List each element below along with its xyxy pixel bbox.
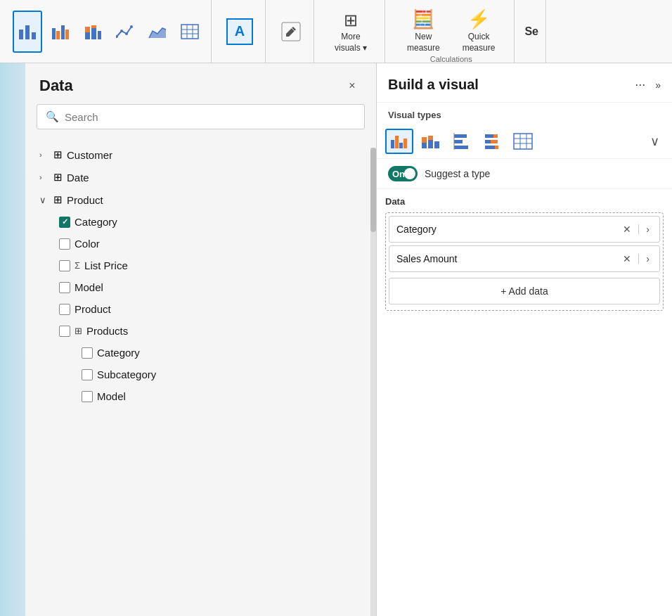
new-measure-sub: measure xyxy=(407,43,440,53)
subtable-icon: ⊞ xyxy=(75,326,82,336)
more-visuals-section: ⊞ More visuals ▾ xyxy=(317,0,385,63)
product-label: Product xyxy=(67,194,103,206)
calculations-section: 🧮 New measure ⚡ Quick measure Calculatio… xyxy=(388,0,515,63)
checkbox-color[interactable] xyxy=(59,238,70,250)
data-panel-title: Data xyxy=(39,77,73,95)
table-icon-product: ⊞ xyxy=(53,193,63,206)
scrollbar-thumb[interactable] xyxy=(370,148,376,232)
svg-rect-2 xyxy=(32,32,36,39)
svg-rect-30 xyxy=(428,140,433,148)
chart-types-section xyxy=(6,0,212,63)
svg-rect-7 xyxy=(85,32,90,39)
main-area: Data × 🔍 › ⊞ Customer › ⊞ Date ∨ ⊞ xyxy=(0,63,672,616)
svg-rect-39 xyxy=(485,140,491,143)
scrollbar-track xyxy=(370,148,376,616)
left-accent xyxy=(0,63,25,616)
toggle-thumb xyxy=(404,168,415,179)
tree-item-color[interactable]: Color xyxy=(25,233,376,255)
checkbox-product-field[interactable] xyxy=(59,304,70,315)
category-expand-btn[interactable]: › xyxy=(643,222,652,236)
svg-rect-24 xyxy=(391,140,394,148)
line-chart-btn[interactable] xyxy=(111,11,139,53)
text-icon: A xyxy=(226,18,253,45)
svg-rect-26 xyxy=(399,143,403,148)
clustered-col-icon xyxy=(389,133,409,150)
grouped-bar-btn[interactable] xyxy=(46,11,75,53)
bar-chart-btn[interactable] xyxy=(13,11,42,53)
svg-rect-10 xyxy=(91,25,96,28)
svg-rect-5 xyxy=(61,25,65,39)
area-chart-btn[interactable] xyxy=(143,11,172,53)
svg-rect-40 xyxy=(491,140,498,143)
tree-item-product[interactable]: ∨ ⊞ Product xyxy=(25,188,376,211)
visual-panel: Build a visual ··· » Visual types xyxy=(377,63,672,616)
svg-rect-34 xyxy=(454,140,463,143)
add-data-btn[interactable]: + Add data xyxy=(389,278,660,304)
quick-measure-sub: measure xyxy=(463,43,496,53)
bar-chart-icon xyxy=(18,24,37,39)
category-remove-btn[interactable]: ✕ xyxy=(620,222,634,236)
visual-type-stacked-col[interactable] xyxy=(416,129,444,154)
more-visuals-sub: visuals ▾ xyxy=(335,43,367,53)
sales-amount-field-name: Sales Amount xyxy=(396,253,457,264)
visual-type-horiz-bar[interactable] xyxy=(447,129,475,154)
svg-rect-28 xyxy=(422,143,427,148)
new-measure-btn[interactable]: 🧮 New measure xyxy=(396,6,451,55)
tree-item-category[interactable]: ✓ Category xyxy=(25,211,376,233)
data-field-category: Category ✕ › xyxy=(389,216,660,243)
stacked-bar-btn[interactable] xyxy=(79,11,107,53)
svg-rect-38 xyxy=(493,134,498,138)
sub-model-label: Model xyxy=(97,390,126,402)
checkbox-model[interactable] xyxy=(59,282,70,293)
more-options-btn[interactable]: ··· xyxy=(631,76,650,94)
tree-item-date[interactable]: › ⊞ Date xyxy=(25,166,376,188)
svg-rect-3 xyxy=(52,28,56,39)
checkbox-products[interactable] xyxy=(59,326,70,337)
svg-rect-43 xyxy=(514,134,532,149)
suggest-type-toggle[interactable]: On xyxy=(388,166,418,181)
expand-panel-btn[interactable]: » xyxy=(655,79,661,91)
sales-amount-remove-btn[interactable]: ✕ xyxy=(620,252,634,266)
stacked-horiz-icon xyxy=(482,133,502,150)
checkmark-icon: ✓ xyxy=(62,217,68,226)
svg-rect-8 xyxy=(85,27,90,32)
visual-type-stacked-horiz[interactable] xyxy=(478,129,506,154)
visual-type-table[interactable] xyxy=(509,129,537,154)
tree-item-subcategory[interactable]: Subcategory xyxy=(25,364,376,385)
svg-rect-17 xyxy=(181,25,198,39)
text-visual-btn[interactable]: A xyxy=(221,11,258,53)
checkbox-sub-model[interactable] xyxy=(82,391,93,402)
tree-item-model[interactable]: Model xyxy=(25,276,376,298)
tree-item-list-price[interactable]: Σ List Price xyxy=(25,255,376,276)
text-icon-label: A xyxy=(235,23,245,39)
sales-amount-field-actions: ✕ › xyxy=(620,252,652,266)
close-data-panel-btn[interactable]: × xyxy=(342,76,362,96)
sales-amount-expand-btn[interactable]: › xyxy=(643,252,652,266)
calculator-icon: 🧮 xyxy=(412,8,434,30)
svg-rect-37 xyxy=(485,134,493,138)
checkbox-sub-category[interactable] xyxy=(82,347,93,359)
quick-measure-btn[interactable]: ⚡ Quick measure xyxy=(452,6,506,55)
tree-item-product-field[interactable]: Product xyxy=(25,298,376,320)
tree-item-customer[interactable]: › ⊞ Customer xyxy=(25,143,376,166)
checkbox-list-price[interactable] xyxy=(59,260,70,271)
search-input[interactable] xyxy=(65,111,356,123)
checkbox-category[interactable]: ✓ xyxy=(59,217,70,228)
visual-type-clustered-col[interactable] xyxy=(385,129,413,154)
tree-item-products[interactable]: ⊞ Products xyxy=(25,320,376,342)
stacked-col-icon xyxy=(420,133,440,150)
svg-rect-1 xyxy=(25,25,30,39)
toggle-on-label: On xyxy=(392,169,405,179)
more-visuals-btn[interactable]: ⊞ More visuals ▾ xyxy=(324,7,377,56)
color-label: Color xyxy=(75,238,100,250)
checkbox-subcategory[interactable] xyxy=(82,369,93,380)
tree-item-sub-model[interactable]: Model xyxy=(25,385,376,407)
edit-btn[interactable] xyxy=(276,11,306,53)
svg-rect-0 xyxy=(19,30,23,39)
table-chart-btn[interactable] xyxy=(176,11,204,53)
calculations-icons: 🧮 New measure ⚡ Quick measure xyxy=(396,6,505,55)
tree-item-sub-category[interactable]: Category xyxy=(25,342,376,364)
svg-point-14 xyxy=(125,32,128,35)
visual-type-expand-btn[interactable]: ∨ xyxy=(646,131,664,152)
svg-rect-32 xyxy=(434,141,439,148)
